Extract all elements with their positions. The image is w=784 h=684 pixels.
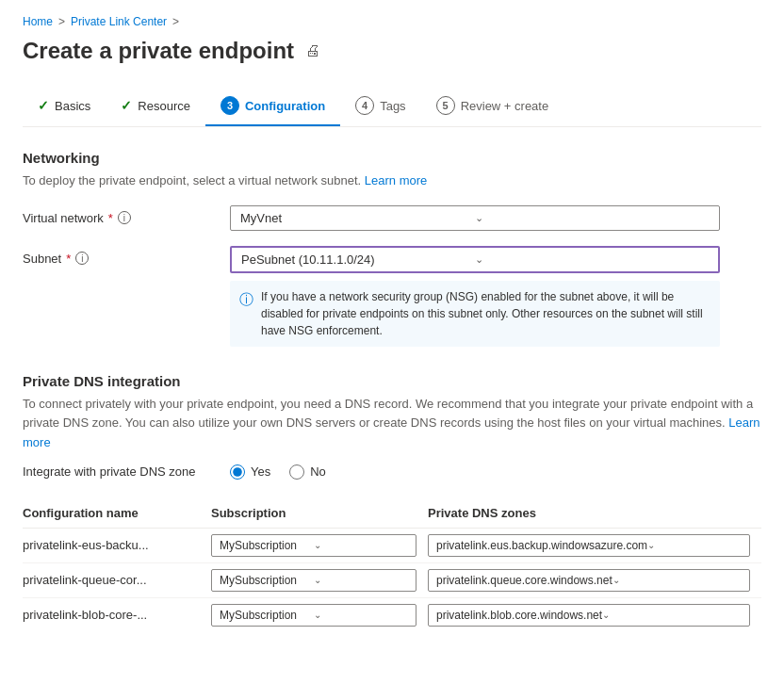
tab-review-label: Review + create xyxy=(461,99,549,113)
tab-configuration[interactable]: 3 Configuration xyxy=(205,87,340,126)
tab-basics-label: Basics xyxy=(55,99,90,113)
vnet-required-star: * xyxy=(108,211,113,225)
subnet-chevron-icon: ⌄ xyxy=(475,253,709,266)
dns-row2-sub-value: MySubscription xyxy=(220,609,314,622)
dns-row2-sub-cell: MySubscription ⌄ xyxy=(211,597,428,632)
dns-row0-config: privatelink-eus-backu... xyxy=(23,528,211,562)
dns-row0-zone-dropdown[interactable]: privatelink.eus.backup.windowsazure.com … xyxy=(428,534,750,557)
dns-row2-sub-chevron: ⌄ xyxy=(314,610,408,620)
tab-tags-num: 4 xyxy=(355,96,374,115)
tab-tags-label: Tags xyxy=(380,99,405,113)
integrate-dns-yes-label: Yes xyxy=(251,464,270,479)
dns-row0-sub-chevron: ⌄ xyxy=(314,540,408,550)
vnet-info-icon[interactable]: i xyxy=(118,211,131,224)
wizard-tabs: ✓ Basics ✓ Resource 3 Configuration 4 Ta… xyxy=(23,87,761,127)
dns-row0-zone-chevron: ⌄ xyxy=(647,540,742,550)
nsg-info-icon: ⓘ xyxy=(239,289,253,339)
subnet-label: Subnet * i xyxy=(23,246,230,266)
integrate-dns-yes[interactable]: Yes xyxy=(230,464,270,480)
tab-resource-check: ✓ xyxy=(121,98,132,113)
nsg-info-text: If you have a network security group (NS… xyxy=(261,288,710,339)
dns-row1-sub-value: MySubscription xyxy=(220,574,314,587)
table-row: privatelink-eus-backu... MySubscription … xyxy=(23,528,761,562)
dns-row1-zone-chevron: ⌄ xyxy=(612,575,742,585)
integrate-dns-no-label: No xyxy=(310,464,326,479)
private-dns-section: Private DNS integration To connect priva… xyxy=(23,373,761,632)
tab-review[interactable]: 5 Review + create xyxy=(421,87,564,126)
private-dns-title: Private DNS integration xyxy=(23,373,761,389)
tab-configuration-num: 3 xyxy=(220,96,239,115)
dns-row2-zone-dropdown[interactable]: privatelink.blob.core.windows.net ⌄ xyxy=(428,604,750,627)
table-row: privatelink-blob-core-... MySubscription… xyxy=(23,597,761,632)
dns-row0-zone-cell: privatelink.eus.backup.windowsazure.com … xyxy=(428,528,761,562)
dns-table-body: privatelink-eus-backu... MySubscription … xyxy=(23,528,761,632)
integrate-dns-row: Integrate with private DNS zone Yes No xyxy=(23,464,761,480)
dns-row2-config: privatelink-blob-core-... xyxy=(23,597,211,632)
dns-row2-zone-cell: privatelink.blob.core.windows.net ⌄ xyxy=(428,597,761,632)
virtual-network-control: MyVnet ⌄ xyxy=(230,205,761,231)
dns-row2-subscription-dropdown[interactable]: MySubscription ⌄ xyxy=(211,604,416,627)
page-title-row: Create a private endpoint 🖨 xyxy=(23,38,761,64)
dns-row1-subscription-dropdown[interactable]: MySubscription ⌄ xyxy=(211,569,416,592)
virtual-network-label: Virtual network * i xyxy=(23,205,230,225)
vnet-chevron-icon: ⌄ xyxy=(475,212,710,224)
tab-review-num: 5 xyxy=(436,96,455,115)
dns-row0-subscription-dropdown[interactable]: MySubscription ⌄ xyxy=(211,534,416,557)
dns-row1-zone-dropdown[interactable]: privatelink.queue.core.windows.net ⌄ xyxy=(428,569,750,592)
dns-row1-sub-cell: MySubscription ⌄ xyxy=(211,562,428,597)
tab-resource-label: Resource xyxy=(138,99,190,113)
integrate-dns-yes-radio[interactable] xyxy=(230,464,245,480)
subnet-value: PeSubnet (10.11.1.0/24) xyxy=(241,252,475,267)
dns-col-zones: Private DNS zones xyxy=(428,498,761,529)
dns-row2-zone-value: privatelink.blob.core.windows.net xyxy=(436,609,602,622)
dns-col-subscription: Subscription xyxy=(211,498,428,529)
dns-table: Configuration name Subscription Private … xyxy=(23,498,761,632)
networking-learn-more[interactable]: Learn more xyxy=(365,173,427,187)
networking-title: Networking xyxy=(23,150,761,166)
breadcrumb: Home > Private Link Center > xyxy=(23,15,761,28)
private-dns-desc-text: To connect privately with your private e… xyxy=(23,397,753,431)
dns-row1-zone-cell: privatelink.queue.core.windows.net ⌄ xyxy=(428,562,761,597)
subnet-row: Subnet * i PeSubnet (10.11.1.0/24) ⌄ ⓘ I… xyxy=(23,246,761,347)
tab-resource[interactable]: ✓ Resource xyxy=(106,89,205,124)
integrate-dns-label: Integrate with private DNS zone xyxy=(23,464,230,479)
dns-row1-sub-chevron: ⌄ xyxy=(314,575,408,585)
private-dns-desc: To connect privately with your private e… xyxy=(23,395,761,453)
nsg-info-box: ⓘ If you have a network security group (… xyxy=(230,281,720,347)
breadcrumb-private-link[interactable]: Private Link Center xyxy=(71,15,167,28)
tab-basics[interactable]: ✓ Basics xyxy=(23,89,106,124)
dns-row0-zone-value: privatelink.eus.backup.windowsazure.com xyxy=(436,539,647,552)
integrate-dns-options: Yes No xyxy=(230,464,326,480)
subnet-required-star: * xyxy=(66,252,71,266)
virtual-network-dropdown[interactable]: MyVnet ⌄ xyxy=(230,205,720,231)
dns-row2-zone-chevron: ⌄ xyxy=(602,610,742,620)
networking-desc-text: To deploy the private endpoint, select a… xyxy=(23,173,361,187)
tab-configuration-label: Configuration xyxy=(245,99,325,113)
virtual-network-value: MyVnet xyxy=(240,211,475,225)
breadcrumb-home[interactable]: Home xyxy=(23,15,53,28)
table-row: privatelink-queue-cor... MySubscription … xyxy=(23,562,761,597)
breadcrumb-sep2: > xyxy=(172,15,179,28)
dns-table-head: Configuration name Subscription Private … xyxy=(23,498,761,529)
dns-row1-zone-value: privatelink.queue.core.windows.net xyxy=(436,574,612,587)
networking-section: Networking To deploy the private endpoin… xyxy=(23,150,761,347)
subnet-dropdown[interactable]: PeSubnet (10.11.1.0/24) ⌄ xyxy=(230,246,720,273)
virtual-network-row: Virtual network * i MyVnet ⌄ xyxy=(23,205,761,231)
dns-col-config-name: Configuration name xyxy=(23,498,211,529)
tab-tags[interactable]: 4 Tags xyxy=(340,87,420,126)
networking-desc: To deploy the private endpoint, select a… xyxy=(23,171,761,190)
dns-row1-config: privatelink-queue-cor... xyxy=(23,562,211,597)
dns-row0-sub-cell: MySubscription ⌄ xyxy=(211,528,428,562)
dns-table-header-row: Configuration name Subscription Private … xyxy=(23,498,761,529)
integrate-dns-no-radio[interactable] xyxy=(289,464,304,480)
tab-basics-check: ✓ xyxy=(38,98,49,113)
integrate-dns-no[interactable]: No xyxy=(289,464,326,480)
print-icon[interactable]: 🖨 xyxy=(305,42,320,59)
dns-row0-sub-value: MySubscription xyxy=(220,539,314,552)
subnet-control: PeSubnet (10.11.1.0/24) ⌄ ⓘ If you have … xyxy=(230,246,761,347)
subnet-info-icon[interactable]: i xyxy=(75,252,89,265)
page-title: Create a private endpoint xyxy=(23,38,294,64)
breadcrumb-sep1: > xyxy=(58,15,65,28)
